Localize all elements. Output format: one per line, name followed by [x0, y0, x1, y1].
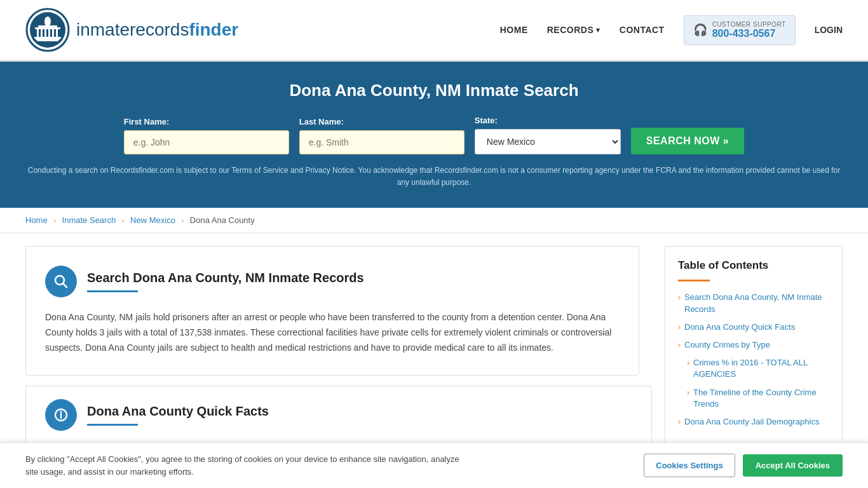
svg-rect-4 [35, 27, 60, 29]
nav-home[interactable]: HOME [500, 25, 528, 35]
search-icon-circle [45, 266, 77, 297]
login-button[interactable]: LOGIN [815, 25, 843, 35]
toc-title: Table of Contents [678, 259, 829, 272]
svg-line-15 [63, 283, 67, 287]
svg-point-2 [44, 17, 51, 27]
svg-rect-12 [36, 39, 60, 40]
article-card: Search Dona Ana County, NM Inmate Record… [25, 246, 639, 375]
toc-item: ›Dona Ana County Jail Demographics [678, 416, 829, 428]
chevron-right-icon: › [687, 358, 689, 367]
cookie-settings-button[interactable]: Cookies Settings [644, 454, 735, 460]
toc-item: ›Dona Ana County Quick Facts [678, 322, 829, 333]
sidebar: Table of Contents ›Search Dona Ana Count… [665, 246, 843, 447]
svg-rect-7 [44, 29, 46, 37]
svg-rect-3 [38, 25, 57, 27]
toc-link[interactable]: County Crimes by Type [684, 339, 770, 351]
support-phone[interactable]: 800-433-0567 [712, 28, 786, 39]
breadcrumb-state[interactable]: New Mexico [130, 215, 175, 225]
cookie-buttons: Cookies Settings Accept All Cookies [644, 454, 843, 460]
toc-divider [678, 280, 710, 281]
svg-rect-10 [56, 29, 58, 37]
logo-area: inmaterecordsfinder [25, 8, 238, 52]
article-title-wrap: Search Dona Ana County, NM Inmate Record… [87, 271, 364, 292]
support-label: CUSTOMER SUPPORT [712, 21, 786, 28]
toc-link[interactable]: Crimes % in 2016 - TOTAL ALL AGENCIES [693, 357, 829, 380]
chevron-right-icon: › [678, 417, 681, 426]
chevron-right-icon: › [678, 293, 681, 302]
article-title: Search Dona Ana County, NM Inmate Record… [87, 271, 364, 285]
state-group: State: AlabamaAlaskaArizonaArkansasCalif… [475, 116, 621, 154]
article-2-title: Dona Ana County Quick Facts [87, 404, 269, 419]
svg-rect-13 [37, 40, 58, 41]
hero-section: Dona Ana County, NM Inmate Search First … [0, 62, 868, 208]
search-icon [53, 274, 69, 289]
toc-item: ›County Crimes by Type [678, 339, 829, 351]
state-select[interactable]: AlabamaAlaskaArizonaArkansasCaliforniaCo… [475, 129, 621, 154]
info-icon [53, 407, 69, 423]
headset-icon: 🎧 [693, 23, 707, 37]
first-name-input[interactable] [124, 130, 289, 154]
toc-link[interactable]: Search Dona Ana County, NM Inmate Record… [684, 292, 829, 315]
hero-title: Dona Ana County, NM Inmate Search [25, 81, 843, 100]
breadcrumb-current: Dona Ana County [190, 215, 255, 225]
svg-rect-8 [48, 29, 50, 37]
search-form: First Name: Last Name: State: AlabamaAla… [25, 116, 843, 154]
svg-rect-5 [37, 29, 39, 37]
support-info: CUSTOMER SUPPORT 800-433-0567 [712, 21, 786, 39]
breadcrumb: Home › Inmate Search › New Mexico › Dona… [0, 208, 868, 233]
toc-item: ›Crimes % in 2016 - TOTAL ALL AGENCIES [678, 357, 829, 380]
article-2-title-wrap: Dona Ana County Quick Facts [87, 404, 269, 426]
site-header: inmaterecordsfinder HOME RECORDS ▾ CONTA… [0, 0, 868, 62]
hero-disclaimer: Conducting a search on Recordsfinder.com… [25, 165, 843, 189]
article-header: Search Dona Ana County, NM Inmate Record… [45, 266, 620, 297]
toc-link[interactable]: The Timeline of the County Crime Trends [693, 387, 829, 410]
last-name-group: Last Name: [299, 117, 465, 154]
search-button[interactable]: SEARCH NOW » [631, 128, 744, 154]
breadcrumb-home[interactable]: Home [25, 215, 48, 225]
svg-rect-6 [41, 29, 43, 37]
cookie-banner: By clicking "Accept All Cookies", you ag… [0, 442, 868, 460]
cookie-accept-button[interactable]: Accept All Cookies [743, 454, 843, 460]
info-icon-circle [45, 399, 77, 431]
logo-icon [25, 8, 70, 52]
cookie-text: By clicking "Accept All Cookies", you ag… [25, 453, 470, 460]
nav-records[interactable]: RECORDS ▾ [547, 25, 600, 35]
title-2-underline [87, 424, 138, 426]
article-card-2: Dona Ana County Quick Facts [25, 386, 652, 444]
breadcrumb-inmate-search[interactable]: Inmate Search [62, 215, 116, 225]
state-label: State: [475, 116, 621, 125]
chevron-down-icon: ▾ [596, 26, 600, 34]
article-body: Dona Ana County, NM jails hold prisoners… [45, 310, 620, 355]
toc-card: Table of Contents ›Search Dona Ana Count… [665, 246, 843, 447]
title-underline [87, 290, 138, 292]
toc-list: ›Search Dona Ana County, NM Inmate Recor… [678, 292, 829, 428]
main-nav: HOME RECORDS ▾ CONTACT 🎧 CUSTOMER SUPPOR… [500, 15, 843, 45]
toc-item: ›Search Dona Ana County, NM Inmate Recor… [678, 292, 829, 315]
toc-link[interactable]: Dona Ana County Quick Facts [684, 322, 795, 333]
breadcrumb-sep-3: › [182, 217, 184, 224]
nav-contact[interactable]: CONTACT [620, 25, 665, 35]
toc-item: ›The Timeline of the County Crime Trends [678, 387, 829, 410]
svg-point-18 [60, 410, 62, 412]
chevron-right-icon: › [678, 341, 681, 349]
logo-text: inmaterecordsfinder [76, 20, 238, 40]
last-name-label: Last Name: [299, 117, 465, 126]
first-name-label: First Name: [124, 117, 289, 126]
chevron-right-icon: › [678, 323, 681, 332]
breadcrumb-sep-2: › [122, 217, 125, 224]
svg-rect-9 [52, 29, 54, 37]
toc-link[interactable]: Dona Ana County Jail Demographics [684, 416, 819, 428]
article-column: Search Dona Ana County, NM Inmate Record… [25, 246, 652, 447]
first-name-group: First Name: [124, 117, 289, 154]
breadcrumb-sep-1: › [53, 217, 56, 224]
customer-support-box: 🎧 CUSTOMER SUPPORT 800-433-0567 [684, 15, 796, 45]
svg-rect-11 [34, 37, 61, 39]
chevron-right-icon: › [687, 388, 689, 397]
last-name-input[interactable] [299, 130, 465, 154]
main-content: Search Dona Ana County, NM Inmate Record… [0, 233, 868, 460]
